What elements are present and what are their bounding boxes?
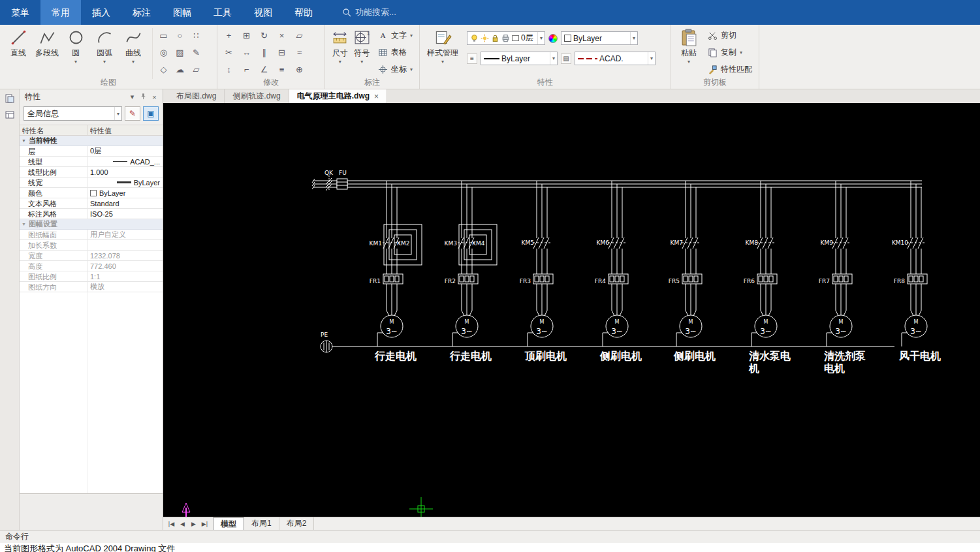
break-icon[interactable]: ≡ <box>274 62 289 77</box>
property-section-header[interactable]: ▼当前特性 <box>20 136 163 146</box>
donut-icon[interactable]: ◎ <box>156 45 171 60</box>
lineweight-settings-icon[interactable]: ≡ <box>467 54 477 64</box>
current-color-swatch <box>564 35 571 42</box>
document-tab[interactable]: 侧刷轨迹.dwg <box>225 89 289 103</box>
color-dropdown[interactable]: ByLayer ▾ <box>561 31 638 45</box>
current-color-value: ByLayer <box>573 34 628 43</box>
wipeout-icon[interactable]: ▱ <box>189 62 204 77</box>
menu-tab-menu[interactable]: 菜单 <box>0 0 40 25</box>
fillet-icon[interactable]: ⌐ <box>239 62 254 77</box>
explode-icon[interactable]: ⊕ <box>292 62 307 77</box>
move-icon[interactable]: + <box>221 28 236 43</box>
linetype-settings-icon[interactable]: ▤ <box>561 54 571 64</box>
prev-tab-icon[interactable]: ◀ <box>177 521 188 527</box>
first-tab-icon[interactable]: |◀ <box>166 521 177 527</box>
close-icon[interactable]: × <box>149 93 160 101</box>
coordinate-button[interactable]: 坐标▾ <box>375 61 415 78</box>
menu-tab-home[interactable]: 常用 <box>40 0 81 25</box>
property-row[interactable]: 颜色ByLayer <box>20 188 163 198</box>
polyline-button[interactable]: 多段线 <box>33 27 61 65</box>
spline-button[interactable]: 曲线▾ <box>119 27 148 65</box>
property-row[interactable]: 线型ACAD_... <box>20 157 163 167</box>
property-row[interactable]: 宽度1232.078 <box>20 251 163 261</box>
document-tab[interactable]: 电气原理主电路.dwg× <box>289 89 387 103</box>
line-button[interactable]: 直线 <box>4 27 33 65</box>
pin-icon[interactable] <box>138 93 149 101</box>
property-row[interactable]: 标注风格ISO-25 <box>20 209 163 219</box>
property-row[interactable]: 线型比例1.000 <box>20 167 163 177</box>
cut-button[interactable]: 剪切 <box>705 27 755 44</box>
property-row[interactable]: 层0层 <box>20 146 163 157</box>
select-objects-icon[interactable]: ▣ <box>143 106 159 121</box>
menu-tab-sheet[interactable]: 图幅 <box>162 0 202 25</box>
selection-dropdown[interactable]: 全局信息 ▾ <box>24 106 122 121</box>
property-row[interactable]: 图纸幅面用户自定义 <box>20 230 163 240</box>
erase-icon[interactable]: × <box>274 28 289 43</box>
match-properties-button[interactable]: 特性匹配 <box>705 61 755 78</box>
array-icon[interactable]: ⊟ <box>274 45 289 60</box>
menu-tab-view[interactable]: 视图 <box>243 0 283 25</box>
layer-dropdown[interactable]: 0层 ▾ <box>467 31 545 45</box>
chevron-down-icon[interactable]: ▾ <box>127 93 138 101</box>
close-tab-icon[interactable]: × <box>374 92 379 101</box>
sketch-icon[interactable]: ✎ <box>189 45 204 60</box>
hatch-icon[interactable]: ▨ <box>172 45 187 60</box>
property-row[interactable]: 高度772.460 <box>20 261 163 271</box>
layout-tab-model[interactable]: 模型 <box>213 517 244 530</box>
cut-icon <box>708 31 718 40</box>
layout-tab-layout2[interactable]: 布局2 <box>279 517 315 530</box>
paste-button[interactable]: 粘贴 ▾ <box>675 27 703 65</box>
arc-button[interactable]: 圆弧▾ <box>90 27 119 65</box>
stretch-icon[interactable]: ↕ <box>221 62 236 77</box>
svg-text:M: M <box>540 319 545 325</box>
property-row[interactable]: 图纸比例1:1 <box>20 271 163 282</box>
menu-tab-annotate[interactable]: 标注 <box>121 0 162 25</box>
property-section-header[interactable]: ▼图幅设置 <box>20 219 163 230</box>
color-wheel-icon[interactable] <box>548 34 558 43</box>
rectangle-icon[interactable]: ▭ <box>156 28 171 43</box>
bulb-icon <box>470 34 479 42</box>
copy-button[interactable]: 复制▾ <box>705 44 755 61</box>
last-tab-icon[interactable]: ▶| <box>199 521 210 527</box>
quick-select-icon[interactable]: ✎ <box>125 106 140 121</box>
lineweight-dropdown[interactable]: ByLayer ▾ <box>481 52 558 65</box>
property-row[interactable]: 文本风格Standard <box>20 198 163 209</box>
linetype-sample <box>113 161 127 162</box>
polygon-icon[interactable]: ◇ <box>156 62 171 77</box>
menu-tab-insert[interactable]: 插入 <box>81 0 121 25</box>
command-bar[interactable]: 命令行 <box>0 530 980 543</box>
panel-bottom-area <box>20 494 163 530</box>
menu-tab-tools[interactable]: 工具 <box>202 0 243 25</box>
drawing-canvas[interactable]: QKFUPEKM1KM2FR1M3~行走电机KM3KM4FR2M3~行走电机KM… <box>163 103 980 517</box>
point-icon[interactable]: ∷ <box>189 28 204 43</box>
rotate-icon[interactable]: ↻ <box>257 28 272 43</box>
property-row[interactable]: 图纸方向横放 <box>20 282 163 292</box>
chevron-down-icon: ▾ <box>688 59 690 65</box>
mirror-icon[interactable]: ▱ <box>292 28 307 43</box>
function-search[interactable]: 功能搜索... <box>342 0 396 25</box>
property-row[interactable]: 加长系数 <box>20 240 163 251</box>
linetype-dropdown[interactable]: ACAD. ▾ <box>575 52 656 65</box>
printer-icon <box>501 34 510 42</box>
trim-icon[interactable]: ✂ <box>221 45 236 60</box>
text-button[interactable]: A文字▾ <box>375 27 415 44</box>
chamfer-icon[interactable]: ∠ <box>257 62 272 77</box>
next-tab-icon[interactable]: ▶ <box>188 521 199 527</box>
revision-cloud-icon[interactable]: ☁ <box>172 62 187 77</box>
ellipse-icon[interactable]: ○ <box>172 28 187 43</box>
table-button[interactable]: 表格 <box>375 44 415 61</box>
layout-tab-layout1[interactable]: 布局1 <box>244 517 279 530</box>
extend-icon[interactable]: ↔ <box>239 45 254 60</box>
copy-icon[interactable]: ⊞ <box>239 28 254 43</box>
offset-icon[interactable]: ∥ <box>257 45 272 60</box>
symbol-button[interactable]: 1 符号 ▾ <box>351 27 372 65</box>
style-manager-button[interactable]: 样式管理 ▾ <box>424 27 462 65</box>
document-tab[interactable]: 布局图.dwg <box>168 89 225 103</box>
scale-icon[interactable]: ≈ <box>292 45 307 60</box>
dimension-button[interactable]: 尺寸 ▾ <box>329 27 351 65</box>
properties-palette-icon[interactable] <box>3 92 16 105</box>
menu-tab-help[interactable]: 帮助 <box>283 0 324 25</box>
sheet-set-icon[interactable] <box>3 108 16 121</box>
property-row[interactable]: 线宽ByLayer <box>20 177 163 188</box>
circle-button[interactable]: 圆▾ <box>61 27 90 65</box>
